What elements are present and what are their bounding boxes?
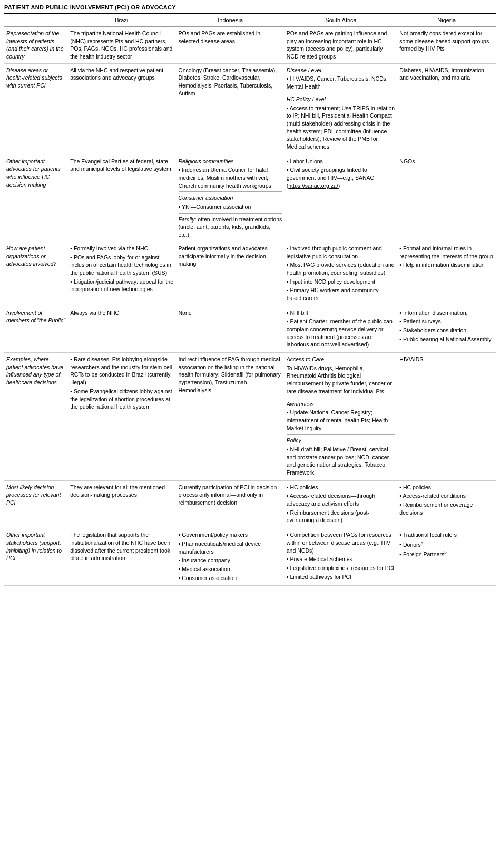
table-title: PATIENT AND PUBLIC INVOLVEMENT (PCI) OR …: [4, 4, 496, 14]
indonesia-cell: Government/policy makers Pharmaceuticals…: [177, 528, 285, 586]
nigeria-cell: NGOs: [397, 155, 496, 242]
brazil-cell: Always via the NHC: [68, 306, 176, 352]
list-item: Insurance company: [179, 556, 282, 564]
table-row: Disease areas or health-related subjects…: [4, 63, 496, 155]
brazil-involved-list: Formally involved via the NHC POs and PA…: [70, 245, 174, 293]
divider: [287, 434, 396, 435]
header-nigeria: Nigeria: [397, 14, 496, 27]
list-item: Reimbursement or coverage decisions: [399, 501, 494, 516]
list-item: Consumer association: [179, 574, 282, 582]
list-item: Formal and informal roles in representin…: [399, 245, 494, 260]
sa-cell: POs and PAGs are gaining influence and p…: [285, 27, 398, 64]
list-item: Competition between PAGs for resources w…: [287, 531, 396, 554]
table-row: Examples, where patient advocates have i…: [4, 353, 496, 481]
page-container: PATIENT AND PUBLIC INVOLVEMENT (PCI) OR …: [0, 0, 500, 590]
list-item: NHI bill: [287, 309, 396, 317]
list-item: Limited pathways for PCI: [287, 573, 396, 581]
list-item: Patient surveys,: [399, 317, 494, 325]
list-item: Government/policy makers: [179, 531, 282, 539]
table-row: How are patient organizations or advocat…: [4, 242, 496, 306]
list-item: Input into NCD policy development: [287, 278, 396, 286]
nigeria-involved-list: Formal and informal roles in representin…: [399, 245, 494, 269]
list-item: Access-related conditions: [399, 492, 494, 500]
list-item: Help in information dissemination: [399, 261, 494, 269]
sa-public-list: NHI bill Patient Charter: member of the …: [287, 309, 396, 349]
table-row: Representation of the interests of patie…: [4, 27, 496, 64]
table-row: Most likely decision processes for relev…: [4, 480, 496, 528]
sa-access-text: To HIV/AIDs drugs, Hemophilia, Rheumatoi…: [287, 364, 396, 396]
religious-list: Indonesian Ulema Council for halal medic…: [179, 166, 282, 189]
list-item: Primary HC workers and community-based c…: [287, 286, 396, 302]
list-item: Reimbursement decisions (post-overturnin…: [287, 509, 396, 524]
religious-label: Religious communities: [179, 158, 282, 166]
divider: [287, 93, 396, 93]
list-item: POs and PAGs lobby for or against inclus…: [70, 254, 174, 277]
list-item: YKI—Consumer association: [179, 203, 282, 211]
list-item: Labor Unions: [287, 158, 396, 166]
list-item: Litigation/judicial pathway: appeal for …: [70, 278, 174, 293]
sa-policy-examples-list: NHI draft bill; Palliative / Breast, cer…: [287, 446, 396, 477]
row-label: How are patient organizations or advocat…: [4, 242, 68, 306]
list-item: Formally involved via the NHC: [70, 245, 174, 253]
row-label: Other important advocates for patients w…: [4, 155, 68, 242]
nigeria-public-list: Information dissemination, Patient surve…: [399, 309, 494, 343]
row-label: Representation of the interests of patie…: [4, 27, 68, 64]
list-item: Update National Cancer Registry; mistrea…: [287, 409, 396, 432]
nigeria-cell: Traditional local rulers Donorsa Foreign…: [397, 528, 496, 586]
list-item: NHI draft bill; Palliative / Breast, cer…: [287, 446, 396, 477]
row-label: Disease areas or health-related subjects…: [4, 63, 68, 155]
list-item: Rare diseases: Pts lobbying alongside re…: [70, 355, 174, 387]
brazil-cell: The Evangelical Parties at federal, stat…: [68, 155, 176, 242]
header-south-africa: South Africa: [285, 14, 398, 27]
list-item: HC policies,: [399, 484, 494, 491]
table-row: Involvement of members of "the Public" A…: [4, 306, 496, 352]
sa-awareness-list: Update National Cancer Registry; mistrea…: [287, 409, 396, 432]
list-item: Most PAG provide services (education and…: [287, 261, 396, 276]
nigeria-cell: Information dissemination, Patient surve…: [397, 306, 496, 352]
indonesia-cell: Currently participation of PCI in decisi…: [177, 480, 285, 528]
brazil-cell: They are relevant for all the mentioned …: [68, 480, 176, 528]
list-item: Legislative complexities; resources for …: [287, 564, 396, 572]
brazil-examples-list: Rare diseases: Pts lobbying alongside re…: [70, 355, 174, 411]
sa-policy-list: Access to treatment; Use TRIPS in relati…: [287, 104, 396, 151]
divider: [287, 398, 396, 398]
list-item: HIV/AIDS, Cancer, Tuberculosis, NCDs, Me…: [287, 75, 396, 90]
brazil-cell: The legislation that supports the instit…: [68, 528, 176, 586]
consumer-label: Consumer association: [179, 194, 282, 202]
list-item: Indonesian Ulema Council for halal medic…: [179, 166, 282, 189]
sa-cell: Disease Level: HIV/AIDS, Cancer, Tubercu…: [285, 63, 398, 155]
indonesia-cell: Religious communities Indonesian Ulema C…: [177, 155, 285, 242]
sa-advocates-list: Labor Unions Civil society groupings lin…: [287, 158, 396, 190]
list-item: Access to treatment; Use TRIPS in relati…: [287, 104, 396, 151]
list-item: Donorsa: [399, 540, 494, 548]
divider: [179, 191, 282, 192]
nigeria-stakeholders-list: Traditional local rulers Donorsa Foreign…: [399, 531, 494, 558]
nigeria-cell: HC policies, Access-related conditions R…: [397, 480, 496, 528]
header-indonesia: Indonesia: [177, 14, 285, 27]
brazil-cell: The tripartite National Health Council (…: [68, 27, 176, 64]
sanac-link[interactable]: https://sanac.org.za/: [288, 182, 338, 189]
list-item: Civil society groupings linked to govern…: [287, 166, 396, 189]
list-item: Private Medical Schemes: [287, 555, 396, 563]
nigeria-cell: HIV/AIDS: [397, 353, 496, 481]
row-label: Involvement of members of "the Public": [4, 306, 68, 352]
sa-awareness-label: Awareness: [287, 400, 396, 408]
sa-stakeholders-list: Competition between PAGs for resources w…: [287, 531, 396, 581]
sa-cell: Access to Care To HIV/AIDs drugs, Hemoph…: [285, 353, 398, 481]
nigeria-decision-list: HC policies, Access-related conditions R…: [399, 484, 494, 517]
nigeria-cell: Diabetes, HIV/AIDS, Immunization and vac…: [397, 63, 496, 155]
indonesia-cell: POs and PAGs are established in selected…: [177, 27, 285, 64]
family-label: Family: [179, 216, 195, 223]
nigeria-cell: Not broadly considered except for some d…: [397, 27, 496, 64]
row-label: Examples, where patient advocates have i…: [4, 353, 68, 481]
list-item: Public hearing at National Assembly: [399, 335, 494, 343]
table-row: Other important advocates for patients w…: [4, 155, 496, 242]
brazil-cell: All via the NHC and respective patient a…: [68, 63, 176, 155]
list-item: Foreign Partnersb: [399, 549, 494, 558]
sa-policy-level-label: HC Policy Level: [287, 95, 396, 103]
list-item: Patient Charter: member of the public ca…: [287, 317, 396, 349]
list-item: Involved through public comment and legi…: [287, 245, 396, 260]
indonesia-cell: Indirect influence of PAG through medica…: [177, 353, 285, 481]
nigeria-cell: Formal and informal roles in representin…: [397, 242, 496, 306]
indonesia-cell: Oncology (Breast cancer, Thalassemia), D…: [177, 63, 285, 155]
